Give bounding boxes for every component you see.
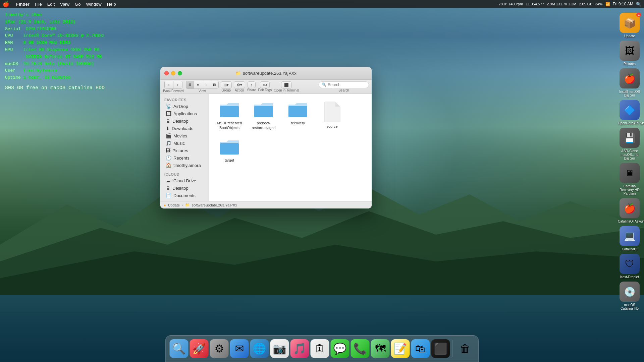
- sidebar-item-movies[interactable]: 🎬 Movies: [162, 132, 207, 139]
- view-buttons: ⊞ ≡ ⫶ ⊟: [186, 81, 219, 89]
- dock-itunes[interactable]: 🎵: [290, 339, 309, 358]
- battery-percent: 34%: [595, 2, 603, 6]
- dock-trash[interactable]: 🗑: [456, 339, 475, 358]
- folder-preboot[interactable]: preboot-restore-staged: [249, 99, 279, 132]
- sidebar-item-applications[interactable]: 🔲 Applications: [162, 110, 207, 117]
- sidebar-item-desktop-label: Desktop: [172, 119, 189, 124]
- sidebar-item-documents-label: Documents: [173, 193, 196, 198]
- sidebar-item-icloud-desktop[interactable]: 🖥 Desktop: [162, 184, 207, 192]
- dock-icon-kext-droplet[interactable]: 🛡 Kext-Droplet: [620, 254, 640, 279]
- finder-title: 📁 softwareupdate.263.YajPXx: [235, 71, 296, 76]
- share-label: Share: [247, 88, 256, 92]
- dock-icon-update[interactable]: 📦 1 Update: [620, 13, 640, 38]
- folder-recovery[interactable]: recovery: [283, 99, 313, 132]
- view-menu[interactable]: View: [60, 2, 69, 7]
- menubar-left: 🍎 Finder File Edit View Go Window Help: [3, 1, 116, 7]
- edit-tags-button-group: 🏷 Edit Tags: [258, 81, 272, 92]
- search-icon: 🔍: [322, 82, 326, 87]
- maximize-button[interactable]: [178, 71, 182, 75]
- dock-system-prefs[interactable]: ⚙: [210, 339, 229, 358]
- apple-menu[interactable]: 🍎: [3, 1, 9, 7]
- search-icon[interactable]: 🔍: [636, 2, 641, 7]
- dock-icon-catalina-recovery[interactable]: 🖥 Catalina Recovery HD Partition: [618, 163, 641, 195]
- music-icon: 🎵: [166, 140, 171, 146]
- svg-rect-7: [220, 143, 239, 155]
- folder-msu[interactable]: MSUPreservedBootObjects: [214, 99, 245, 132]
- sidebar-item-timothylamora[interactable]: 🏠 timothylamora: [162, 162, 207, 169]
- dock-icon-asr-clone[interactable]: 💾 ASR-Clone macOS...nd Big Sur: [618, 128, 641, 160]
- folder-recovery-icon: [287, 101, 309, 119]
- edit-menu[interactable]: Edit: [47, 2, 55, 7]
- sidebar-item-music[interactable]: 🎵 Music: [162, 139, 207, 147]
- icon-view-button[interactable]: ⊞: [186, 81, 194, 88]
- sidebar-item-desktop[interactable]: 🖥 Desktop: [162, 117, 207, 125]
- sidebar-item-downloads[interactable]: ⬇ Downloads: [162, 125, 207, 132]
- sidebar-item-downloads-label: Downloads: [172, 126, 193, 131]
- dock-icon-catalinaota-label: CatalinaOTAswufix: [618, 220, 641, 223]
- sidebar-item-pictures[interactable]: 🖼 Pictures: [162, 147, 207, 154]
- dock-icon-catalinaota[interactable]: 🍎 CatalinaOTAswufix: [618, 198, 641, 223]
- finder-sidebar: Favorites 📡 AirDrop 🔲 Applications 🖥 Des…: [160, 94, 209, 201]
- dock-maps[interactable]: 🗺: [371, 339, 390, 358]
- dock-icon-opencore[interactable]: 🔷 OpenCoreAPFSloader3: [618, 100, 641, 125]
- minimize-button[interactable]: [171, 71, 175, 75]
- breadcrumb-update[interactable]: Update: [168, 203, 180, 207]
- sidebar-item-recents-label: Recents: [173, 156, 190, 161]
- dock-photos[interactable]: 📷: [270, 339, 289, 358]
- folder-msu-icon: [219, 101, 240, 119]
- recents-icon: 🕐: [166, 155, 171, 161]
- group-label: Group: [221, 88, 231, 92]
- documents-icon: 📄: [166, 193, 171, 198]
- close-button[interactable]: [164, 71, 169, 75]
- go-menu[interactable]: Go: [75, 2, 80, 7]
- sidebar-item-recents[interactable]: 🕐 Recents: [162, 154, 207, 162]
- breadcrumb-separator: ›: [182, 203, 183, 207]
- window-menu[interactable]: Window: [86, 2, 101, 7]
- help-menu[interactable]: Help: [107, 2, 116, 7]
- breadcrumb-folder[interactable]: softwareupdate.263.YajPXx: [192, 203, 237, 207]
- dock-icon-install-macos-label: Install macOS Big Sur: [618, 90, 641, 97]
- dock-appstore[interactable]: 🛍: [411, 339, 430, 358]
- group-button[interactable]: ⊞▾: [221, 81, 232, 88]
- menubar-right: 79.0° 1400rpm 11.054.577 2.9M 131.7k 1.2…: [499, 2, 641, 7]
- sidebar-item-airdrop[interactable]: 📡 AirDrop: [162, 103, 207, 110]
- column-view-button[interactable]: ⫶: [202, 81, 210, 88]
- open-terminal-button[interactable]: ⬛: [281, 81, 292, 88]
- dock-finder[interactable]: 🔍: [170, 339, 189, 358]
- dock-icon-install-macos[interactable]: 🍎 Install macOS Big Sur: [618, 68, 641, 97]
- back-button[interactable]: ‹: [165, 81, 173, 88]
- open-terminal-label: Open in Terminal: [274, 88, 299, 92]
- file-menu[interactable]: File: [35, 2, 42, 7]
- dock-calendar[interactable]: 🗓: [311, 339, 329, 358]
- folder-target[interactable]: target: [214, 136, 245, 165]
- share-button[interactable]: ↑: [248, 81, 256, 88]
- gallery-view-button[interactable]: ⊟: [210, 81, 218, 88]
- dock-mail[interactable]: ✉: [230, 339, 249, 358]
- forward-button[interactable]: ›: [173, 81, 182, 88]
- open-terminal-button-group: ⬛ Open in Terminal: [274, 81, 299, 92]
- dock-safari[interactable]: 🌐: [250, 339, 269, 358]
- action-button[interactable]: ⚙▾: [234, 81, 245, 88]
- icloud-drive-icon: ☁: [166, 178, 170, 183]
- pictures-icon: 🖼: [166, 148, 170, 153]
- finder-menu[interactable]: Finder: [16, 2, 30, 7]
- list-view-button[interactable]: ≡: [194, 81, 202, 88]
- edit-tags-button[interactable]: 🏷: [260, 81, 270, 88]
- search-input[interactable]: [328, 82, 366, 87]
- search-box[interactable]: 🔍: [319, 81, 369, 88]
- folder-source[interactable]: source: [317, 99, 347, 132]
- sidebar-item-icloud-drive[interactable]: ☁ iCloud Drive: [162, 177, 207, 184]
- dock-notes[interactable]: 📝: [391, 339, 410, 358]
- terminal-overlay: Timothy's iMac iMac (21.5-inch, Late 201…: [5, 12, 105, 92]
- sidebar-item-pictures-label: Pictures: [172, 148, 188, 153]
- sidebar-item-documents[interactable]: 📄 Documents: [162, 192, 207, 199]
- storage-info: 2.05 GB: [579, 2, 592, 6]
- dock-facetime[interactable]: 📞: [351, 339, 370, 358]
- dock-messages[interactable]: 💬: [331, 339, 350, 358]
- dock-launchpad[interactable]: 🚀: [190, 339, 209, 358]
- dock-icon-macos-catalina-hdd[interactable]: 💿 macOS Catalina HD: [618, 282, 641, 310]
- dock-icon-pictures[interactable]: 🖼 Pictures: [620, 41, 640, 66]
- dock-icon-asr-clone-label: ASR-Clone macOS...nd Big Sur: [618, 149, 641, 160]
- dock-terminal[interactable]: ⬛: [431, 339, 450, 358]
- dock-icon-catalinaui[interactable]: 💻 CatalinaUI: [620, 226, 640, 251]
